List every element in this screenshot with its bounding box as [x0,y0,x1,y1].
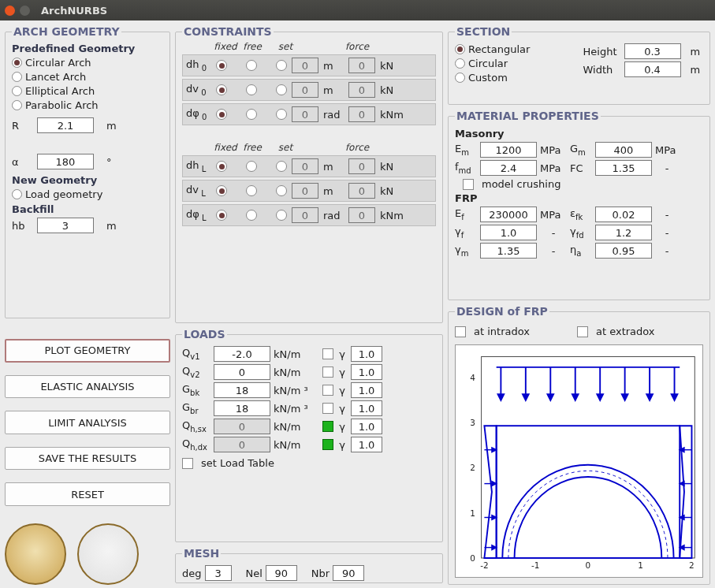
constraint-set-input[interactable]: 0 [292,82,318,98]
hb-input[interactable]: 3 [37,218,94,233]
etaa-input[interactable]: 0.95 [595,243,652,259]
nbr-input[interactable]: 90 [333,565,364,581]
constraint-force-input[interactable]: 0 [348,58,375,73]
constraint-fixed-radio[interactable] [216,109,227,120]
load-gamma-input[interactable]: 1.0 [351,382,382,398]
radio-icon [455,44,465,54]
minimize-icon[interactable] [20,6,30,16]
load-value-input[interactable]: 0 [214,419,270,434]
plot-geometry-button[interactable]: PLOT GEOMETRY [5,339,170,363]
radio-custom[interactable]: Custom [455,72,575,84]
alpha-input[interactable]: 180 [37,154,94,169]
constraint-fixed-radio[interactable] [216,84,227,95]
load-gamma-input[interactable]: 1.0 [351,346,382,362]
constraint-set-radio[interactable] [276,60,287,71]
constraint-set-input[interactable]: 0 [292,183,318,199]
close-icon[interactable] [5,6,15,16]
radio-circular-sec[interactable]: Circular [455,58,575,69]
mesh-panel: MESH deg 3 Nel 90 Nbr 90 [175,547,443,583]
constraint-set-radio[interactable] [276,84,287,95]
load-row-Qhsx: Qh,sx0kN/mγ1.0 [182,419,436,434]
reset-button[interactable]: RESET [5,482,170,506]
load-indicator [322,421,333,432]
constraint-fixed-radio[interactable] [216,185,227,196]
constraint-fixed-radio[interactable] [216,161,227,172]
constraint-force-input[interactable]: 0 [348,106,375,122]
radio-label: Elliptical Arch [25,85,95,97]
constraint-set-radio[interactable] [276,161,287,172]
load-gamma-input[interactable]: 1.0 [351,437,382,452]
backfill-label: Backfill [12,203,163,215]
load-gamma-input[interactable]: 1.0 [351,419,382,434]
load-checkbox[interactable] [322,385,333,396]
gamma-symbol: γ [337,367,348,378]
radio-label: Rectangular [468,43,530,55]
constraint-set-radio[interactable] [276,210,287,221]
model-crushing-checkbox[interactable] [463,179,474,190]
constraint-force-input[interactable]: 0 [348,183,375,199]
Em-input[interactable]: 1200 [480,142,537,158]
elastic-analysis-button[interactable]: ELASTIC ANALYSIS [5,375,170,399]
FC-input[interactable]: 1.35 [595,160,652,176]
height-input[interactable]: 0.3 [624,43,681,59]
radio-label: Circular Arch [25,57,91,69]
constraint-set-radio[interactable] [276,185,287,196]
load-gamma-input[interactable]: 1.0 [351,364,382,380]
efk-unit: - [655,209,679,221]
radio-rectangular[interactable]: Rectangular [455,43,575,55]
constraint-free-radio[interactable] [246,161,257,172]
save-results-button[interactable]: SAVE THE RESULTS [5,447,170,471]
nel-input[interactable]: 90 [266,565,297,581]
constraint-free-radio[interactable] [246,60,257,71]
etaa-unit: - [655,245,679,257]
load-value-input[interactable]: 0 [214,364,270,380]
constraint-free-radio[interactable] [246,84,257,95]
constraint-set-input[interactable]: 0 [292,158,318,174]
constraint-set-input[interactable]: 0 [292,106,318,122]
extradox-checkbox[interactable] [577,326,588,337]
fmd-input[interactable]: 2.4 [480,160,537,176]
university-logo-1 [5,523,66,585]
deg-input[interactable]: 3 [205,565,232,581]
gamf-input[interactable]: 1.0 [480,225,537,240]
gamfd-input[interactable]: 1.2 [595,225,652,240]
load-value-input[interactable]: 18 [214,400,270,416]
constraint-set-radio[interactable] [276,109,287,120]
radio-icon [455,58,465,69]
constraint-fixed-radio[interactable] [216,210,227,221]
svg-marker-15 [523,394,529,400]
constraint-fixed-radio[interactable] [216,60,227,71]
efk-input[interactable]: 0.02 [595,207,652,222]
gamm-input[interactable]: 1.35 [480,243,537,259]
set-load-table-checkbox[interactable] [182,458,193,469]
constraint-force-input[interactable]: 0 [348,207,375,223]
limit-analysis-button[interactable]: LIMIT ANALYSIS [5,411,170,434]
constraint-free-radio[interactable] [246,185,257,196]
intradox-checkbox[interactable] [455,326,466,337]
Ef-input[interactable]: 230000 [480,207,537,222]
Gm-input[interactable]: 400 [595,142,652,158]
constraint-free-radio[interactable] [246,210,257,221]
R-input[interactable]: 2.1 [37,117,94,133]
constraint-force-input[interactable]: 0 [348,158,375,174]
load-value-input[interactable]: 18 [214,382,270,398]
gamma-symbol: γ [337,421,348,433]
load-checkbox[interactable] [322,403,333,414]
radio-lancet[interactable]: Lancet Arch [12,71,163,83]
radio-load-geometry[interactable]: Load geometry [12,188,163,200]
load-row-Gbr: Gbr18kN/m ³γ1.0 [182,400,436,416]
constraint-free-radio[interactable] [246,109,257,120]
constraint-set-input[interactable]: 0 [292,58,318,73]
load-gamma-input[interactable]: 1.0 [351,400,382,416]
load-value-input[interactable]: -2.0 [214,346,270,362]
constraint-force-input[interactable]: 0 [348,82,375,98]
load-checkbox[interactable] [322,367,333,378]
load-value-input[interactable]: 0 [214,437,270,452]
radio-elliptical[interactable]: Elliptical Arch [12,85,163,97]
constraint-set-input[interactable]: 0 [292,207,318,223]
load-checkbox[interactable] [322,348,333,359]
width-input[interactable]: 0.4 [624,61,681,77]
radio-circular[interactable]: Circular Arch [12,57,163,69]
gamf-unit: - [540,227,567,239]
radio-parabolic[interactable]: Parabolic Arch [12,99,163,111]
